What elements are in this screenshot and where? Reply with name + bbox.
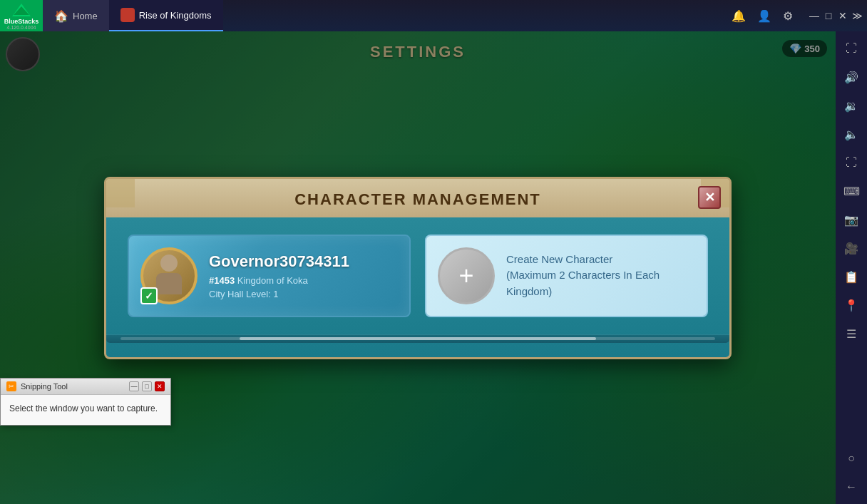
settings-icon[interactable]: ⚙ (783, 9, 793, 23)
dialog-overlay: CHARACTER MANAGEMENT ✕ ✓ (0, 31, 836, 504)
corner-decoration-tl (106, 179, 135, 207)
right-sidebar: ⛶ 🔊 🔉 🔈 ⛶ ⌨ 📷 🎥 📋 📍 ☰ ○ ← (836, 31, 867, 504)
sidebar-back-icon[interactable]: ← (840, 475, 863, 498)
window-controls: — □ ✕ ≫ (804, 11, 867, 20)
dialog-title: CHARACTER MANAGEMENT (120, 190, 715, 209)
character-level: City Hall Level: 1 (209, 289, 398, 299)
restore-button[interactable]: □ (824, 11, 833, 20)
dialog-scrollbar (120, 337, 715, 340)
close-button[interactable]: ✕ (838, 11, 847, 20)
sidebar-clipboard-icon[interactable]: 📋 (840, 265, 863, 288)
dialog-header: CHARACTER MANAGEMENT ✕ (106, 179, 729, 217)
snipping-close-button[interactable]: ✕ (155, 381, 165, 391)
bluestacks-logo: BlueStacks 4.120.0.4004 (0, 0, 43, 31)
dialog-bottom-bar (106, 334, 729, 343)
plus-circle: + (438, 247, 495, 304)
dialog-scrollbar-thumb (240, 337, 596, 340)
avatar-body (156, 273, 182, 294)
tab-bar: 🏠 Home Rise of Kingdoms (43, 0, 720, 31)
kingdom-name-text: Kingdom of Koka (237, 275, 308, 286)
titlebar: BlueStacks 4.120.0.4004 🏠 Home Rise of K… (0, 0, 867, 31)
dialog-close-button[interactable]: ✕ (698, 186, 721, 209)
sidebar-more-icon[interactable]: ☰ (840, 322, 863, 345)
snipping-tool-icon: ✂ (6, 381, 16, 391)
sidebar-location-icon[interactable]: 📍 (840, 294, 863, 317)
account-icon[interactable]: 👤 (757, 9, 771, 23)
dialog-body: ✓ Governor30734311 #1453 Kingdom of Koka… (106, 217, 729, 334)
sidebar-volume-high-icon[interactable]: 🔊 (840, 66, 863, 88)
create-character-card[interactable]: + Create New Character(Maximum 2 Charact… (425, 235, 708, 317)
sidebar-home-circle-icon[interactable]: ○ (840, 447, 863, 470)
avatar-wrapper: ✓ (140, 247, 197, 304)
kingdom-number: #1453 (209, 275, 235, 286)
bs-controls: 🔔 👤 ⚙ (720, 9, 804, 23)
home-icon: 🏠 (54, 9, 68, 23)
sidebar-camera-icon[interactable]: 📷 (840, 208, 863, 231)
sidebar-keyboard-icon[interactable]: ⌨ (840, 180, 863, 202)
character-kingdom: #1453 Kingdom of Koka (209, 275, 398, 286)
snipping-restore-button[interactable]: □ (142, 381, 152, 391)
game-area: SETTINGS 💎 350 CHARACTER MANAGEMENT ✕ (0, 31, 836, 504)
tab-home-label: Home (73, 11, 98, 21)
avatar-head (160, 254, 178, 272)
minimize-button[interactable]: — (810, 11, 819, 20)
snipping-tool-text: Select the window you want to capture. (9, 402, 162, 415)
sidebar-volume-low-icon[interactable]: 🔈 (840, 123, 863, 145)
snipping-tool-body: Select the window you want to capture. (1, 395, 170, 425)
tab-game-label: Rise of Kingdoms (139, 10, 212, 21)
character-name: Governor30734311 (209, 252, 398, 271)
snipping-tool-window: ✂ Snipping Tool — □ ✕ Select the window … (0, 378, 171, 426)
sidebar-video-icon[interactable]: 🎥 (840, 237, 863, 259)
bs-name: BlueStacks (4, 18, 39, 25)
bs-version: 4.120.0.4004 (7, 25, 36, 30)
snipping-tool-titlebar: ✂ Snipping Tool — □ ✕ (1, 379, 170, 395)
create-character-text: Create New Character(Maximum 2 Character… (506, 252, 695, 300)
tab-game[interactable]: Rise of Kingdoms (109, 0, 223, 31)
character-card[interactable]: ✓ Governor30734311 #1453 Kingdom of Koka… (128, 235, 411, 317)
character-management-dialog: CHARACTER MANAGEMENT ✕ ✓ (104, 177, 732, 359)
snipping-window-controls: — □ ✕ (129, 381, 165, 391)
plus-icon: + (458, 263, 473, 289)
selected-check-badge: ✓ (140, 287, 158, 304)
notification-icon[interactable]: 🔔 (732, 9, 746, 23)
character-info: Governor30734311 #1453 Kingdom of Koka C… (209, 252, 398, 299)
tab-home[interactable]: 🏠 Home (43, 0, 109, 31)
snipping-tool-title: Snipping Tool (21, 382, 125, 391)
tab-game-icon (120, 8, 135, 22)
collapse-icon[interactable]: ≫ (853, 11, 861, 20)
sidebar-expand-icon[interactable]: ⛶ (840, 37, 863, 60)
svg-marker-1 (14, 6, 29, 15)
sidebar-fullscreen-icon[interactable]: ⛶ (840, 151, 863, 174)
sidebar-volume-mid-icon[interactable]: 🔉 (840, 94, 863, 117)
snipping-minimize-button[interactable]: — (129, 381, 139, 391)
